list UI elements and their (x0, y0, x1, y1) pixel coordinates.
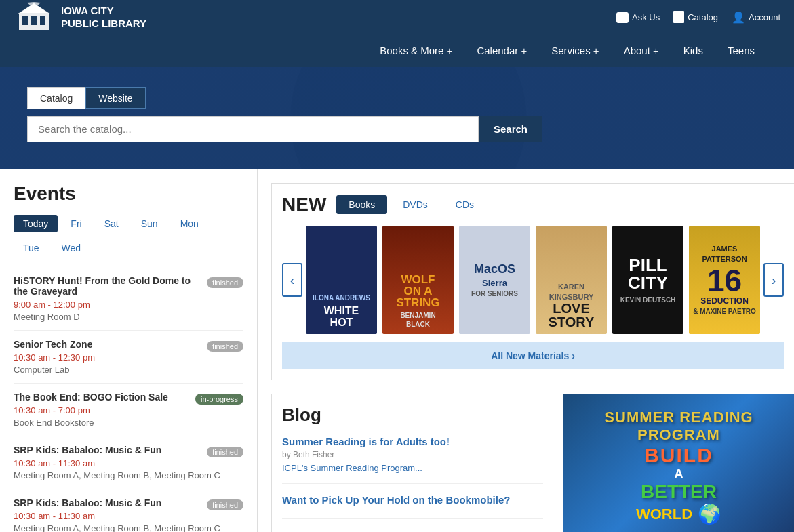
day-tab-sat[interactable]: Sat (95, 215, 128, 232)
blog-section: Blog Summer Reading is for Adults too! b… (271, 394, 794, 532)
event-badge-in-progress: in-progress (195, 394, 243, 405)
srp-promo-image: Summer Reading Program BUILD A BETTER WO… (563, 394, 794, 532)
carousel-books: ILONA ANDREWS WHITEHOT WOLFON ASTRING BE… (306, 226, 760, 334)
event-time: 9:00 am - 12:00 pm (14, 300, 243, 310)
blog-post-title-1[interactable]: Summer Reading is for Adults too! (282, 436, 543, 447)
srp-text-3: A (675, 467, 683, 481)
book-cover-6[interactable]: JAMES PATTERSON 16 SEDUCTION & MAXINE PA… (689, 226, 760, 334)
srp-text-1: Summer Reading Program (577, 409, 780, 444)
day-tab-sun[interactable]: Sun (132, 215, 167, 232)
catalog-tab[interactable]: Catalog (27, 87, 85, 109)
book-cover-5[interactable]: PILLCITY KEVIN DEUTSCH (612, 226, 683, 334)
catalog-label: Catalog (688, 12, 718, 22)
new-materials-section: NEW Books DVDs CDs ‹ ILONA ANDREWS WHITE… (271, 183, 794, 380)
svg-rect-4 (40, 16, 45, 25)
carousel-prev-button[interactable]: ‹ (282, 263, 302, 297)
book-cover-3[interactable]: MacOS Sierra FOR SENIORS (459, 226, 530, 334)
logo-area: IOWA CITY PUBLIC LIBRARY (14, 2, 146, 33)
ask-us-label: Ask Us (632, 12, 660, 22)
day-tabs-row2: Tue Wed (14, 239, 243, 257)
search-button[interactable]: Search (479, 116, 542, 142)
account-label: Account (749, 12, 780, 22)
material-tab-books[interactable]: Books (336, 195, 387, 214)
search-box: Search (27, 116, 542, 142)
events-title: Events (14, 183, 243, 205)
material-tabs: Books DVDs CDs (336, 195, 486, 214)
event-location: Computer Lab (14, 365, 243, 375)
library-logo-icon (14, 2, 54, 33)
book-carousel: ‹ ILONA ANDREWS WHITEHOT WOLFON ASTRING … (282, 226, 784, 334)
event-item: finished HiSTORY Hunt! From the Gold Dom… (14, 267, 243, 331)
day-tab-mon[interactable]: Mon (171, 215, 208, 232)
blog-content: Blog Summer Reading is for Adults too! b… (272, 394, 553, 532)
event-badge-finished: finished (207, 341, 243, 352)
srp-text-4: BETTER (641, 481, 717, 503)
nav-books-more[interactable]: Books & More + (368, 39, 464, 62)
events-list: finished HiSTORY Hunt! From the Gold Dom… (14, 267, 243, 532)
new-materials-header: NEW Books DVDs CDs (282, 194, 784, 216)
main-content: Events Today Fri Sat Sun Mon Tue Wed fin… (0, 169, 794, 532)
event-time: 10:30 am - 7:00 pm (14, 405, 243, 415)
carousel-next-button[interactable]: › (763, 263, 784, 297)
nav-services[interactable]: Services + (539, 39, 611, 62)
nav-about[interactable]: About + (612, 39, 671, 62)
top-bar: IOWA CITY PUBLIC LIBRARY Ask Us Catalog … (0, 0, 794, 34)
website-tab[interactable]: Website (85, 87, 145, 109)
blog-post-title-2[interactable]: Want to Pick Up Your Hold on the Bookmob… (282, 494, 543, 506)
event-badge-finished: finished (207, 447, 243, 457)
speech-bubble-icon (616, 12, 629, 23)
events-panel: Events Today Fri Sat Sun Mon Tue Wed fin… (0, 169, 258, 532)
day-tab-fri[interactable]: Fri (61, 215, 91, 232)
nav-teens[interactable]: Teens (715, 39, 767, 62)
event-location: Meeting Room A, Meeting Room B, Meeting … (14, 470, 243, 480)
nav-kids[interactable]: Kids (671, 39, 715, 62)
blog-post-2: Want to Pick Up Your Hold on the Bookmob… (282, 494, 543, 519)
book-cover-4[interactable]: KAREN KINGSBURY LOVESTORY (536, 226, 607, 334)
catalog-icon (673, 11, 684, 23)
day-tab-tue[interactable]: Tue (14, 239, 49, 257)
all-new-link[interactable]: All New Materials › (491, 350, 575, 361)
blog-title: Blog (282, 405, 543, 426)
book-cover-1[interactable]: ILONA ANDREWS WHITEHOT (306, 226, 377, 334)
day-tabs-row1: Today Fri Sat Sun Mon (14, 215, 243, 232)
svg-rect-3 (31, 16, 37, 25)
event-location: Meeting Room D (14, 312, 243, 322)
material-tab-dvds[interactable]: DVDs (391, 195, 440, 214)
blog-post-author-1: by Beth Fisher (282, 450, 543, 459)
right-panel: NEW Books DVDs CDs ‹ ILONA ANDREWS WHITE… (258, 169, 794, 532)
book-cover-2[interactable]: WOLFON ASTRING BENJAMIN BLACK (382, 226, 454, 334)
srp-text-5: WORLD (636, 506, 692, 523)
event-item: in-progress The Book End: BOGO Fiction S… (14, 384, 243, 436)
ask-us-link[interactable]: Ask Us (616, 12, 660, 22)
event-item: finished Senior Tech Zone 10:30 am - 12:… (14, 331, 243, 384)
logo-text: IOWA CITY PUBLIC LIBRARY (61, 4, 146, 30)
event-item: finished SRP Kids: Babaloo: Music & Fun … (14, 489, 243, 532)
event-location: Book End Bookstore (14, 417, 243, 428)
event-item: finished SRP Kids: Babaloo: Music & Fun … (14, 436, 243, 489)
person-icon: 👤 (732, 11, 745, 24)
blog-image: Summer Reading Program BUILD A BETTER WO… (563, 394, 794, 532)
all-new-materials-link[interactable]: All New Materials › (282, 342, 784, 369)
event-badge-finished: finished (207, 277, 243, 288)
account-link[interactable]: 👤 Account (732, 11, 780, 24)
search-tabs: Catalog Website (27, 87, 146, 109)
day-tab-today[interactable]: Today (14, 215, 58, 232)
day-tab-wed[interactable]: Wed (52, 239, 91, 257)
nav-bar: Books & More + Calendar + Services + Abo… (0, 34, 794, 67)
top-bar-links: Ask Us Catalog 👤 Account (616, 11, 780, 24)
new-materials-title: NEW (282, 194, 326, 216)
event-time: 10:30 am - 11:30 am (14, 511, 243, 521)
event-time: 10:30 am - 11:30 am (14, 458, 243, 468)
svg-rect-2 (22, 16, 28, 25)
search-input[interactable] (27, 116, 479, 142)
material-tab-cds[interactable]: CDs (443, 195, 486, 214)
event-location: Meeting Room A, Meeting Room B, Meeting … (14, 523, 243, 532)
srp-text-2: BUILD (644, 444, 713, 467)
nav-calendar[interactable]: Calendar + (464, 39, 539, 62)
event-badge-finished: finished (207, 499, 243, 510)
catalog-link[interactable]: Catalog (673, 11, 718, 23)
hero-section: Catalog Website Search (0, 67, 794, 169)
blog-post-excerpt-1[interactable]: ICPL's Summer Reading Program... (282, 463, 543, 473)
event-time: 10:30 am - 12:30 pm (14, 352, 243, 363)
blog-post-1: Summer Reading is for Adults too! by Bet… (282, 436, 543, 484)
